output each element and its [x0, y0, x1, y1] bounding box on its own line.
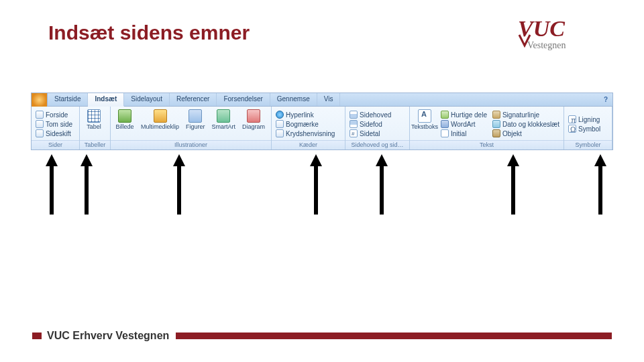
vuc-logo: VUC Vestegnen: [518, 15, 619, 55]
up-arrow-icon: [594, 154, 606, 215]
btn-figurer[interactable]: Figurer: [184, 108, 207, 140]
group-sidehoved: Sidehoved Sidefod Sidetal Sidehoved og s…: [345, 107, 410, 149]
tab-startside[interactable]: Startside: [48, 93, 88, 106]
group-label-kaeder: Kæder: [272, 140, 345, 149]
group-label-tekst: Tekst: [410, 140, 564, 149]
tab-sidelayout[interactable]: Sidelayout: [124, 93, 170, 106]
group-label-sidehoved: Sidehoved og sid…: [345, 140, 409, 149]
annotation-arrows: [0, 154, 644, 235]
tab-forsendelser[interactable]: Forsendelser: [217, 93, 270, 106]
btn-symbol[interactable]: Symbol: [567, 125, 602, 133]
btn-hyperlink[interactable]: Hyperlink: [274, 111, 336, 119]
btn-sideskift[interactable]: Sideskift: [34, 129, 74, 138]
btn-smartart[interactable]: SmartArt: [210, 108, 238, 140]
btn-bogmaerke[interactable]: Bogmærke: [274, 120, 336, 129]
group-tabeller: Tabel Tabeller: [80, 107, 111, 149]
slide-title: Indsæt sidens emner: [48, 21, 250, 44]
btn-forside[interactable]: Forside: [34, 111, 74, 119]
group-label-illustrationer: Illustrationer: [111, 140, 271, 149]
btn-wordart[interactable]: WordArt: [439, 120, 488, 129]
up-arrow-icon: [507, 154, 519, 215]
tab-indsaet[interactable]: Indsæt: [88, 93, 124, 107]
up-arrow-icon: [173, 154, 185, 215]
office-button[interactable]: [32, 93, 48, 107]
up-arrow-icon: [376, 154, 388, 215]
btn-krydshenvisning[interactable]: Krydshenvisning: [274, 129, 336, 138]
btn-sidefod[interactable]: Sidefod: [348, 120, 392, 129]
btn-hurtige-dele[interactable]: Hurtige dele: [439, 111, 488, 119]
slide-footer: VUC Erhverv Vestegnen: [32, 330, 612, 342]
group-sider: Forside Tom side Sideskift Sider: [32, 107, 80, 149]
btn-tom-side[interactable]: Tom side: [34, 120, 74, 129]
group-symboler: Ligning Symbol Symboler: [564, 107, 612, 149]
group-illustrationer: Billede Multimedieklip Figurer SmartArt …: [111, 107, 272, 149]
ribbon-tabs: Startside Indsæt Sidelayout Referencer F…: [32, 93, 612, 107]
tab-vis[interactable]: Vis: [317, 93, 341, 106]
group-label-tabeller: Tabeller: [80, 140, 110, 149]
btn-multimedieklip[interactable]: Multimedieklip: [139, 108, 181, 140]
btn-ligning[interactable]: Ligning: [567, 115, 602, 124]
up-arrow-icon: [46, 154, 58, 215]
svg-text:Vestegnen: Vestegnen: [527, 40, 566, 50]
group-label-sider: Sider: [32, 140, 79, 149]
btn-dato[interactable]: Dato og klokkeslæt: [491, 120, 561, 129]
tab-gennemse[interactable]: Gennemse: [270, 93, 317, 106]
btn-diagram[interactable]: Diagram: [240, 108, 267, 140]
group-kaeder: Hyperlink Bogmærke Krydshenvisning Kæder: [272, 107, 345, 149]
btn-objekt[interactable]: Objekt: [491, 129, 561, 138]
help-icon[interactable]: ?: [599, 93, 612, 106]
btn-signaturlinje[interactable]: Signaturlinje: [491, 111, 561, 119]
footer-accent-right: [176, 333, 612, 339]
up-arrow-icon: [80, 154, 93, 215]
footer-accent-left: [32, 333, 42, 339]
btn-initial[interactable]: Initial: [439, 129, 488, 138]
btn-sidetal[interactable]: Sidetal: [348, 129, 392, 138]
tab-referencer[interactable]: Referencer: [170, 93, 217, 106]
btn-tekstboks[interactable]: Tekstboks: [413, 108, 437, 140]
group-label-symboler: Symboler: [564, 140, 612, 149]
group-tekst: Tekstboks Hurtige dele WordArt Initial S…: [410, 107, 564, 149]
up-arrow-icon: [310, 154, 322, 215]
footer-text: VUC Erhverv Vestegnen: [47, 330, 169, 342]
word-ribbon: Startside Indsæt Sidelayout Referencer F…: [31, 93, 613, 150]
btn-billede[interactable]: Billede: [113, 108, 136, 140]
btn-tabel[interactable]: Tabel: [83, 108, 105, 140]
btn-sidehoved[interactable]: Sidehoved: [348, 111, 392, 119]
svg-text:VUC: VUC: [518, 16, 565, 41]
